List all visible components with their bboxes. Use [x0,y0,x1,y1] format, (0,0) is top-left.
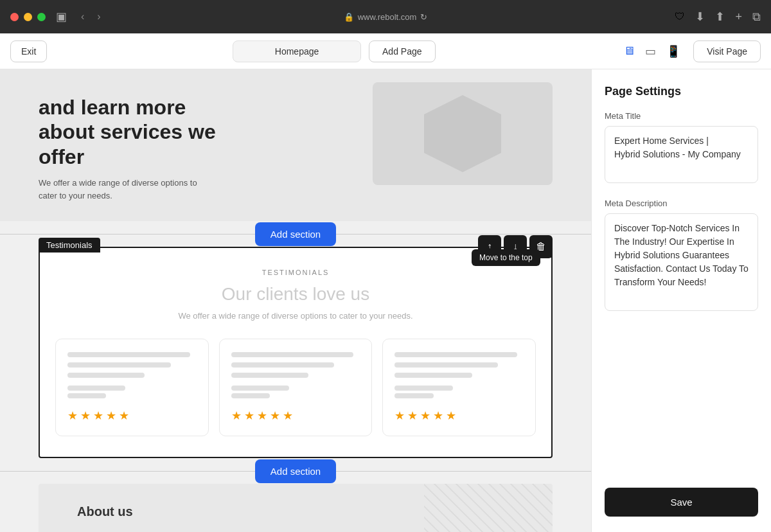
meta-title-field: Meta Title Expert Home Services | Hybrid… [605,111,758,186]
new-tab-button[interactable]: + [735,10,742,24]
testimonials-content: TESTIMONIALS Our clients love us We offe… [40,248,551,457]
testimonial-card: ★ ★ ★ ★ ★ [55,339,209,436]
reload-button[interactable]: ↻ [420,12,427,22]
toolbar-right: 🖥 ▭ 📱 Visit Page [621,40,761,62]
card-text-line [231,352,354,357]
bottom-add-section-button[interactable]: Add section [255,459,336,483]
add-page-button[interactable]: Add Page [369,40,436,62]
forward-button[interactable]: › [93,8,104,25]
card-text-line [67,373,145,378]
maximize-button[interactable] [37,13,46,21]
hex-decoration [424,95,501,172]
top-add-section-button[interactable]: Add section [255,222,336,246]
testimonial-card: ★ ★ ★ ★ ★ [219,339,373,436]
tablet-view-button[interactable]: ▭ [642,42,659,61]
card-text-line [394,373,472,378]
back-button[interactable]: ‹ [77,8,88,25]
url-text: www.rebolt.com [358,12,417,22]
main-layout: and learn more about services we offer W… [0,69,771,532]
meta-description-input[interactable]: Discover Top-Notch Services In The Indus… [605,213,758,311]
mobile-view-button[interactable]: 📱 [664,42,683,61]
move-to-top-tooltip: Move to the top [472,249,540,266]
toolbar-center: Homepage Add Page [55,40,613,62]
card-text-line [67,362,171,368]
page-selector[interactable]: Homepage [233,40,361,62]
canvas-scroll[interactable]: and learn more about services we offer W… [0,69,591,532]
card-author-line [231,386,289,391]
testimonials-subtitle: We offer a wide range of diverse options… [55,311,536,321]
titlebar-actions: 🛡 ⬇ ⬆ + ⧉ [675,10,761,24]
card-text-line [231,362,335,368]
star-rating: ★ ★ ★ ★ ★ [394,409,524,423]
nav-buttons: ‹ › [77,8,105,25]
card-text-line [394,362,498,368]
testimonial-card: ★ ★ ★ ★ ★ [382,339,536,436]
spacer [605,326,758,475]
desktop-view-button[interactable]: 🖥 [621,42,637,60]
testimonials-label: TESTIMONIALS [55,269,536,276]
tabs-button[interactable]: ⧉ [752,10,761,24]
bottom-section-divider: Add section [0,458,591,484]
url-bar[interactable]: 🔒 www.rebolt.com ↻ [344,12,428,22]
lock-icon: 🔒 [344,12,354,22]
sidebar-toggle-icon[interactable]: ▣ [56,10,67,24]
card-text-line [67,352,190,357]
card-author-line [394,386,452,391]
device-switcher: 🖥 ▭ 📱 [621,42,683,61]
about-graphic [424,484,553,532]
card-author-sub [231,393,270,398]
card-author-line [67,386,125,391]
panel-title: Page Settings [605,85,758,98]
about-section: About us [39,484,553,532]
card-author-sub [67,393,106,398]
close-button[interactable] [10,13,19,21]
hero-title: and learn more about services we offer [39,95,244,169]
star-rating: ★ ★ ★ ★ ★ [67,409,197,423]
card-text-line [231,373,308,378]
testimonials-section[interactable]: Testimonials ↑ Move to the top ↓ 🗑 [39,247,553,458]
editor-toolbar: Exit Homepage Add Page 🖥 ▭ 📱 Visit Page [0,33,771,69]
canvas-area: and learn more about services we offer W… [0,69,591,532]
shield-icon: 🛡 [675,11,685,22]
card-author-sub [394,393,433,398]
hero-graphic [373,82,553,185]
titlebar: ▣ ‹ › 🔒 www.rebolt.com ↻ 🛡 ⬇ ⬆ + ⧉ [0,0,771,33]
meta-title-input[interactable]: Expert Home Services | Hybrid Solutions … [605,126,758,183]
visit-page-button[interactable]: Visit Page [693,40,761,62]
exit-button[interactable]: Exit [10,40,47,62]
download-button[interactable]: ⬇ [695,10,705,24]
star-rating: ★ ★ ★ ★ ★ [231,409,360,423]
meta-title-label: Meta Title [605,111,758,121]
meta-description-field: Meta Description Discover Top-Notch Serv… [605,199,758,314]
hero-subtitle: We offer a wide range of diverse options… [39,177,206,202]
testimonials-title: Our clients love us [55,284,536,305]
save-button[interactable]: Save [605,488,758,517]
right-panel: Page Settings Meta Title Expert Home Ser… [591,69,771,532]
meta-description-label: Meta Description [605,199,758,208]
minimize-button[interactable] [24,13,32,21]
testimonial-cards: ★ ★ ★ ★ ★ [55,339,536,436]
share-button[interactable]: ⬆ [715,10,725,24]
traffic-lights [10,13,46,21]
card-text-line [394,352,517,357]
section-actions: ↑ Move to the top ↓ 🗑 [478,235,553,258]
hero-section: and learn more about services we offer W… [0,69,591,221]
